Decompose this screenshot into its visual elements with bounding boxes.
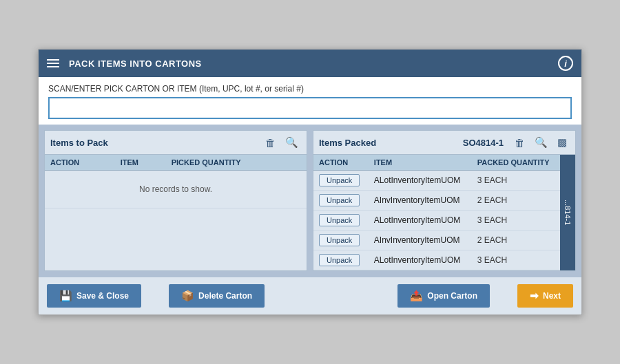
qty-cell: 3 EACH [472, 171, 560, 191]
table-row: Unpack AInvInventoryItemUOM 2 EACH [313, 231, 560, 250]
qty-cell: 3 EACH [472, 211, 560, 231]
right-panel-header: Items Packed SO4814-1 🗑 🔍 ▩ [313, 131, 575, 155]
item-name-cell: ALotInventoryItemUOM [369, 171, 472, 191]
left-panel-header: Items to Pack 🗑 🔍 [45, 131, 307, 155]
next-label: Next [543, 291, 561, 301]
scan-bar: SCAN/ENTER PICK CARTON OR ITEM (Item, UP… [39, 77, 581, 125]
qty-cell: 3 EACH [472, 250, 560, 270]
left-panel-search-icon[interactable]: 🔍 [282, 135, 301, 150]
scan-label: SCAN/ENTER PICK CARTON OR ITEM (Item, UP… [48, 84, 572, 94]
right-panel-inner: ACTION ITEM PACKED QUANTITY Unpack ALotI… [313, 155, 575, 270]
table-row: Unpack AInvInventoryItemUOM 2 EACH [313, 191, 560, 211]
next-button[interactable]: ➡ Next [517, 284, 573, 308]
delete-carton-label: Delete Carton [198, 291, 252, 301]
open-carton-button[interactable]: 📤 Open Carton [397, 284, 490, 308]
right-panel-delete-icon[interactable]: 🗑 [512, 136, 528, 150]
app-header: PACK ITEMS INTO CARTONS i [39, 50, 581, 77]
col-qty-right: PACKED QUANTITY [472, 155, 560, 171]
item-name-cell: AInvInventoryItemUOM [369, 231, 472, 250]
right-panel-table-wrap: ACTION ITEM PACKED QUANTITY Unpack ALotI… [313, 155, 560, 270]
open-icon: 📤 [410, 290, 423, 302]
item-name-cell: ALotInventoryItemUOM [369, 250, 472, 270]
table-row: Unpack ALotInventoryItemUOM 3 EACH [313, 250, 560, 270]
item-name-cell: AInvInventoryItemUOM [369, 191, 472, 211]
col-action-right: ACTION [313, 155, 369, 171]
unpack-button-2[interactable]: Unpack [319, 214, 360, 226]
table-row: Unpack ALotInventoryItemUOM 3 EACH [313, 211, 560, 231]
save-close-label: Save & Close [76, 291, 129, 301]
unpack-button-3[interactable]: Unpack [319, 234, 360, 246]
open-carton-label: Open Carton [427, 291, 477, 301]
col-action-left: ACTION [45, 155, 115, 171]
panels-container: Items to Pack 🗑 🔍 ACTION ITEM PICKED QUA… [39, 125, 581, 277]
left-panel-delete-icon[interactable]: 🗑 [262, 136, 278, 150]
delete-icon: 📦 [181, 290, 194, 302]
page-title: PACK ITEMS INTO CARTONS [69, 58, 558, 69]
left-panel-table-wrap: ACTION ITEM PICKED QUANTITY No records t… [45, 155, 307, 270]
right-panel-search-icon[interactable]: 🔍 [532, 135, 550, 150]
save-close-button[interactable]: 💾 Save & Close [47, 284, 141, 308]
col-qty-left: PICKED QUANTITY [166, 155, 307, 171]
left-panel-title: Items to Pack [50, 138, 258, 148]
table-row: Unpack ALotInventoryItemUOM 3 EACH [313, 171, 560, 191]
carton-id: SO4814-1 [463, 138, 504, 148]
save-icon: 💾 [59, 290, 72, 302]
menu-icon[interactable] [47, 59, 59, 67]
delete-carton-button[interactable]: 📦 Delete Carton [169, 284, 265, 308]
footer: 💾 Save & Close 📦 Delete Carton 📤 Open Ca… [39, 277, 581, 314]
qty-cell: 2 EACH [472, 191, 560, 211]
items-to-pack-panel: Items to Pack 🗑 🔍 ACTION ITEM PICKED QUA… [44, 130, 307, 271]
col-item-left: ITEM [115, 155, 166, 171]
unpack-button-0[interactable]: Unpack [319, 174, 360, 186]
right-panel-title: Items Packed [319, 138, 459, 148]
qty-cell: 2 EACH [472, 231, 560, 250]
info-icon[interactable]: i [558, 56, 573, 71]
right-panel-barcode-icon[interactable]: ▩ [555, 135, 570, 150]
col-item-right: ITEM [369, 155, 472, 171]
items-to-pack-table: ACTION ITEM PICKED QUANTITY No records t… [45, 155, 307, 208]
carton-side-label: ...814-1 [560, 155, 575, 270]
unpack-button-4[interactable]: Unpack [319, 254, 360, 266]
table-row-empty: No records to show. [45, 171, 307, 208]
no-records-msg: No records to show. [45, 171, 307, 208]
items-packed-panel: Items Packed SO4814-1 🗑 🔍 ▩ ACTION ITEM … [313, 130, 576, 271]
next-icon: ➡ [530, 290, 539, 302]
item-name-cell: ALotInventoryItemUOM [369, 211, 472, 231]
scan-input[interactable] [48, 97, 572, 119]
items-packed-table: ACTION ITEM PACKED QUANTITY Unpack ALotI… [313, 155, 560, 270]
unpack-button-1[interactable]: Unpack [319, 194, 360, 206]
